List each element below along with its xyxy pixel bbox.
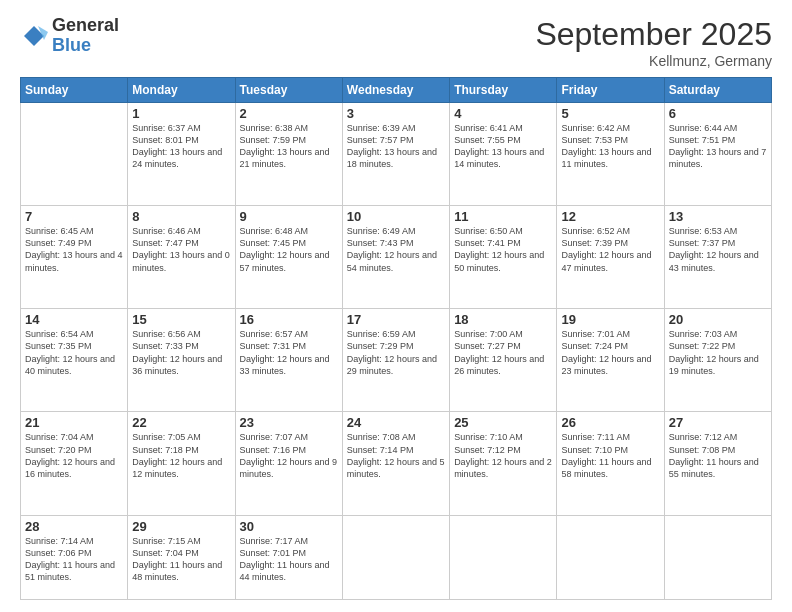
location-subtitle: Kellmunz, Germany (535, 53, 772, 69)
day-info: Sunrise: 7:17 AMSunset: 7:01 PMDaylight:… (240, 535, 338, 584)
day-number: 10 (347, 209, 445, 224)
day-info: Sunrise: 7:01 AMSunset: 7:24 PMDaylight:… (561, 328, 659, 377)
table-row: 27Sunrise: 7:12 AMSunset: 7:08 PMDayligh… (664, 412, 771, 515)
day-info: Sunrise: 7:05 AMSunset: 7:18 PMDaylight:… (132, 431, 230, 480)
logo-text: General Blue (52, 16, 119, 56)
day-info: Sunrise: 6:50 AMSunset: 7:41 PMDaylight:… (454, 225, 552, 274)
day-number: 17 (347, 312, 445, 327)
day-info: Sunrise: 6:45 AMSunset: 7:49 PMDaylight:… (25, 225, 123, 274)
header-friday: Friday (557, 78, 664, 103)
logo: General Blue (20, 16, 119, 56)
day-info: Sunrise: 7:12 AMSunset: 7:08 PMDaylight:… (669, 431, 767, 480)
day-number: 16 (240, 312, 338, 327)
day-number: 9 (240, 209, 338, 224)
day-number: 6 (669, 106, 767, 121)
table-row: 8Sunrise: 6:46 AMSunset: 7:47 PMDaylight… (128, 206, 235, 309)
day-number: 23 (240, 415, 338, 430)
calendar-week-row: 14Sunrise: 6:54 AMSunset: 7:35 PMDayligh… (21, 309, 772, 412)
day-info: Sunrise: 7:00 AMSunset: 7:27 PMDaylight:… (454, 328, 552, 377)
logo-general-text: General (52, 16, 119, 36)
logo-blue-text: Blue (52, 36, 119, 56)
header-tuesday: Tuesday (235, 78, 342, 103)
table-row: 22Sunrise: 7:05 AMSunset: 7:18 PMDayligh… (128, 412, 235, 515)
day-number: 25 (454, 415, 552, 430)
day-info: Sunrise: 6:46 AMSunset: 7:47 PMDaylight:… (132, 225, 230, 274)
day-number: 1 (132, 106, 230, 121)
day-info: Sunrise: 6:49 AMSunset: 7:43 PMDaylight:… (347, 225, 445, 274)
header: General Blue September 2025 Kellmunz, Ge… (20, 16, 772, 69)
table-row: 5Sunrise: 6:42 AMSunset: 7:53 PMDaylight… (557, 103, 664, 206)
day-number: 20 (669, 312, 767, 327)
table-row: 4Sunrise: 6:41 AMSunset: 7:55 PMDaylight… (450, 103, 557, 206)
day-number: 18 (454, 312, 552, 327)
day-number: 2 (240, 106, 338, 121)
day-number: 29 (132, 519, 230, 534)
day-number: 7 (25, 209, 123, 224)
header-thursday: Thursday (450, 78, 557, 103)
page: General Blue September 2025 Kellmunz, Ge… (0, 0, 792, 612)
day-number: 12 (561, 209, 659, 224)
table-row: 9Sunrise: 6:48 AMSunset: 7:45 PMDaylight… (235, 206, 342, 309)
day-info: Sunrise: 6:53 AMSunset: 7:37 PMDaylight:… (669, 225, 767, 274)
calendar-week-row: 7Sunrise: 6:45 AMSunset: 7:49 PMDaylight… (21, 206, 772, 309)
table-row: 10Sunrise: 6:49 AMSunset: 7:43 PMDayligh… (342, 206, 449, 309)
table-row: 3Sunrise: 6:39 AMSunset: 7:57 PMDaylight… (342, 103, 449, 206)
day-number: 21 (25, 415, 123, 430)
day-info: Sunrise: 7:11 AMSunset: 7:10 PMDaylight:… (561, 431, 659, 480)
day-info: Sunrise: 6:59 AMSunset: 7:29 PMDaylight:… (347, 328, 445, 377)
table-row: 21Sunrise: 7:04 AMSunset: 7:20 PMDayligh… (21, 412, 128, 515)
table-row: 23Sunrise: 7:07 AMSunset: 7:16 PMDayligh… (235, 412, 342, 515)
table-row (450, 515, 557, 599)
logo-icon (20, 22, 48, 50)
table-row: 30Sunrise: 7:17 AMSunset: 7:01 PMDayligh… (235, 515, 342, 599)
table-row: 29Sunrise: 7:15 AMSunset: 7:04 PMDayligh… (128, 515, 235, 599)
table-row: 20Sunrise: 7:03 AMSunset: 7:22 PMDayligh… (664, 309, 771, 412)
day-info: Sunrise: 6:38 AMSunset: 7:59 PMDaylight:… (240, 122, 338, 171)
day-info: Sunrise: 6:44 AMSunset: 7:51 PMDaylight:… (669, 122, 767, 171)
table-row: 6Sunrise: 6:44 AMSunset: 7:51 PMDaylight… (664, 103, 771, 206)
day-info: Sunrise: 7:08 AMSunset: 7:14 PMDaylight:… (347, 431, 445, 480)
header-wednesday: Wednesday (342, 78, 449, 103)
table-row (664, 515, 771, 599)
table-row: 7Sunrise: 6:45 AMSunset: 7:49 PMDaylight… (21, 206, 128, 309)
day-number: 4 (454, 106, 552, 121)
table-row: 2Sunrise: 6:38 AMSunset: 7:59 PMDaylight… (235, 103, 342, 206)
header-sunday: Sunday (21, 78, 128, 103)
table-row: 28Sunrise: 7:14 AMSunset: 7:06 PMDayligh… (21, 515, 128, 599)
table-row: 19Sunrise: 7:01 AMSunset: 7:24 PMDayligh… (557, 309, 664, 412)
day-info: Sunrise: 6:37 AMSunset: 8:01 PMDaylight:… (132, 122, 230, 171)
day-number: 22 (132, 415, 230, 430)
day-info: Sunrise: 7:15 AMSunset: 7:04 PMDaylight:… (132, 535, 230, 584)
day-number: 3 (347, 106, 445, 121)
table-row: 12Sunrise: 6:52 AMSunset: 7:39 PMDayligh… (557, 206, 664, 309)
day-number: 19 (561, 312, 659, 327)
day-info: Sunrise: 6:41 AMSunset: 7:55 PMDaylight:… (454, 122, 552, 171)
day-info: Sunrise: 7:04 AMSunset: 7:20 PMDaylight:… (25, 431, 123, 480)
calendar-header-row: Sunday Monday Tuesday Wednesday Thursday… (21, 78, 772, 103)
day-number: 26 (561, 415, 659, 430)
day-number: 24 (347, 415, 445, 430)
day-number: 30 (240, 519, 338, 534)
table-row: 17Sunrise: 6:59 AMSunset: 7:29 PMDayligh… (342, 309, 449, 412)
day-number: 14 (25, 312, 123, 327)
day-info: Sunrise: 6:52 AMSunset: 7:39 PMDaylight:… (561, 225, 659, 274)
day-number: 5 (561, 106, 659, 121)
calendar-week-row: 1Sunrise: 6:37 AMSunset: 8:01 PMDaylight… (21, 103, 772, 206)
table-row: 25Sunrise: 7:10 AMSunset: 7:12 PMDayligh… (450, 412, 557, 515)
day-info: Sunrise: 7:10 AMSunset: 7:12 PMDaylight:… (454, 431, 552, 480)
table-row: 11Sunrise: 6:50 AMSunset: 7:41 PMDayligh… (450, 206, 557, 309)
table-row: 18Sunrise: 7:00 AMSunset: 7:27 PMDayligh… (450, 309, 557, 412)
day-info: Sunrise: 6:39 AMSunset: 7:57 PMDaylight:… (347, 122, 445, 171)
calendar-table: Sunday Monday Tuesday Wednesday Thursday… (20, 77, 772, 600)
table-row: 16Sunrise: 6:57 AMSunset: 7:31 PMDayligh… (235, 309, 342, 412)
table-row: 24Sunrise: 7:08 AMSunset: 7:14 PMDayligh… (342, 412, 449, 515)
table-row (21, 103, 128, 206)
day-number: 27 (669, 415, 767, 430)
day-number: 8 (132, 209, 230, 224)
day-number: 28 (25, 519, 123, 534)
day-info: Sunrise: 7:03 AMSunset: 7:22 PMDaylight:… (669, 328, 767, 377)
table-row: 15Sunrise: 6:56 AMSunset: 7:33 PMDayligh… (128, 309, 235, 412)
day-number: 11 (454, 209, 552, 224)
day-number: 13 (669, 209, 767, 224)
header-monday: Monday (128, 78, 235, 103)
